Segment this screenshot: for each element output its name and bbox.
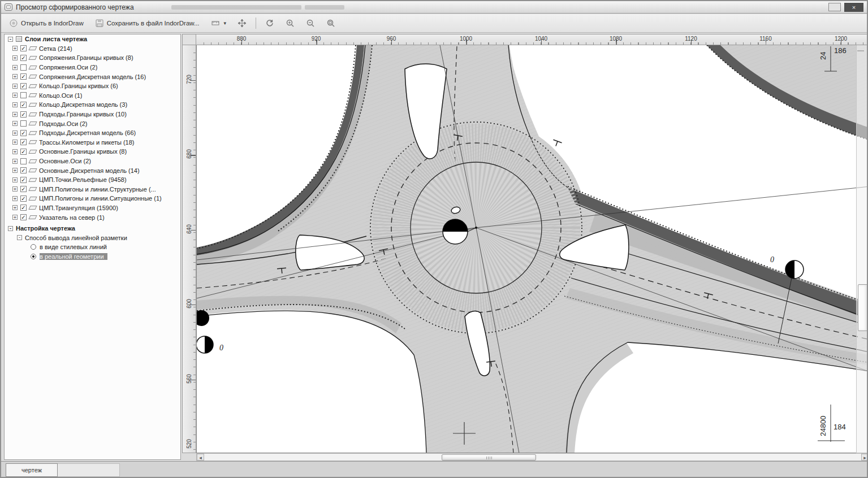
layer-label: Кольцо.Дискретная модель (3) [39, 101, 127, 108]
expand-icon[interactable]: + [12, 186, 18, 192]
settings-header-row[interactable]: - Настройка чертежа [5, 224, 180, 233]
layer-row[interactable]: +✓Указатель на север (1) [5, 212, 180, 222]
refresh-button[interactable] [261, 16, 279, 30]
collapse-icon[interactable]: - [17, 235, 22, 240]
layer-checkbox[interactable]: ✓ [20, 214, 27, 220]
expand-icon[interactable]: + [12, 215, 18, 220]
layer-row[interactable]: +Сопряжения.Оси (2) [5, 63, 180, 72]
layer-checkbox[interactable]: ✓ [20, 167, 27, 173]
layer-icon [28, 66, 37, 69]
radio-icon[interactable] [31, 254, 36, 259]
scale-button[interactable]: ▾ [206, 16, 231, 30]
expand-icon[interactable]: + [12, 149, 18, 154]
layers-header: Слои листа чертежа [25, 36, 87, 42]
zoom-in-icon [286, 19, 295, 28]
layer-row[interactable]: +✓Кольцо.Дискретная модель (3) [5, 100, 180, 110]
expand-icon[interactable]: + [12, 112, 18, 117]
expand-icon[interactable]: + [12, 121, 18, 126]
zoom-out-button[interactable] [301, 16, 319, 30]
layer-checkbox[interactable]: ✓ [20, 111, 27, 118]
expand-icon[interactable]: + [12, 102, 18, 107]
zoom-in-button[interactable] [281, 16, 299, 30]
tab-drawing[interactable]: чертеж [6, 463, 58, 477]
layer-row[interactable]: +✓ЦМП.Точки.Рельефные (9458) [5, 175, 180, 185]
settings-group-row[interactable]: - Способ вывода линейной разметки [5, 233, 180, 242]
layer-checkbox[interactable]: ✓ [20, 177, 27, 183]
expand-icon[interactable]: + [12, 84, 18, 89]
collapse-icon[interactable]: - [8, 226, 13, 231]
drawing-viewport[interactable]: 24 186 24800 184 0 0 [196, 45, 868, 453]
layer-row[interactable]: +✓ЦМП.Полигоны и линии.Ситуационные (1) [5, 194, 180, 203]
settings-group-label: Способ вывода линейной разметки [25, 234, 127, 241]
layer-label: Основные.Дискретная модель (14) [39, 167, 140, 174]
collapse-icon[interactable]: - [8, 37, 13, 42]
layer-row[interactable]: +✓ЦМП.Триангуляция (15900) [5, 203, 180, 213]
vertical-scrollbar-thumb[interactable] [858, 284, 868, 331]
layer-checkbox[interactable] [20, 92, 27, 98]
expand-icon[interactable]: + [12, 74, 18, 79]
layer-checkbox[interactable]: ✓ [20, 139, 27, 145]
layer-checkbox[interactable] [20, 120, 27, 127]
layer-row[interactable]: +Основные.Оси (2) [5, 157, 180, 166]
layer-row[interactable]: +✓Сетка (214) [5, 44, 180, 54]
layer-row[interactable]: +✓Подходы.Дискретная модель (66) [5, 128, 180, 138]
layer-checkbox[interactable] [20, 158, 27, 164]
layer-checkbox[interactable]: ✓ [20, 205, 27, 211]
layer-row[interactable]: +✓ЦМП.Полигоны и линии.Структурные (... [5, 185, 180, 194]
layer-row[interactable]: +✓Кольцо.Границы кривых (6) [5, 81, 180, 91]
layer-icon [28, 187, 37, 191]
layer-checkbox[interactable]: ✓ [20, 45, 27, 51]
layer-row[interactable]: +✓Сопряжения.Границы кривых (8) [5, 53, 180, 63]
horizontal-scrollbar-thumb[interactable] [442, 454, 536, 460]
expand-icon[interactable]: + [12, 159, 18, 164]
ruler-tick-label: 880 [232, 36, 251, 42]
horizontal-scrollbar[interactable]: ◂ ▸ [196, 453, 868, 461]
radio-styled-lines[interactable]: в виде стилевых линий [5, 242, 180, 252]
expand-icon[interactable]: + [12, 46, 18, 51]
scroll-right-icon[interactable]: ▸ [861, 454, 868, 460]
sheet-layers-icon [16, 36, 22, 42]
expand-icon[interactable]: + [12, 65, 18, 70]
layer-icon [28, 46, 37, 50]
save-indordraw-button[interactable]: Сохранить в файл IndorDraw... [90, 16, 204, 30]
layer-row[interactable]: +✓Основные.Границы кривых (8) [5, 147, 180, 157]
expand-icon[interactable]: + [12, 93, 18, 98]
expand-icon[interactable]: + [12, 131, 18, 136]
layer-row[interactable]: +Кольцо.Оси (1) [5, 91, 180, 101]
restore-button[interactable] [828, 3, 841, 11]
expand-icon[interactable]: + [12, 168, 18, 173]
vertical-scrollbar[interactable] [856, 45, 868, 453]
open-indordraw-button[interactable]: Открыть в IndorDraw [5, 16, 88, 30]
expand-icon[interactable]: + [12, 55, 18, 60]
layer-icon [28, 215, 37, 219]
layer-checkbox[interactable]: ✓ [20, 186, 27, 192]
layer-row[interactable]: +✓Подходы.Границы кривых (10) [5, 110, 180, 119]
layer-row[interactable]: +✓Трассы.Километры и пикеты (18) [5, 138, 180, 147]
layer-checkbox[interactable]: ✓ [20, 130, 27, 136]
layer-checkbox[interactable] [20, 64, 27, 71]
layers-header-row[interactable]: - Слои листа чертежа [5, 34, 180, 44]
layer-checkbox[interactable]: ✓ [20, 55, 27, 61]
layer-label: Сопряжения.Дискретная модель (16) [39, 73, 146, 80]
radio-icon[interactable] [31, 244, 36, 250]
expand-icon[interactable]: + [12, 205, 18, 210]
pan-button[interactable] [233, 16, 251, 30]
background-artifact [305, 5, 344, 10]
layer-checkbox[interactable]: ✓ [20, 102, 27, 108]
save-label: Сохранить в файл IndorDraw... [107, 20, 200, 27]
scroll-left-icon[interactable]: ◂ [197, 454, 204, 460]
layer-row[interactable]: +✓Основные.Дискретная модель (14) [5, 166, 180, 175]
layer-checkbox[interactable]: ✓ [20, 195, 27, 202]
close-icon[interactable]: × [844, 3, 863, 12]
expand-icon[interactable]: + [12, 140, 18, 145]
layer-checkbox[interactable]: ✓ [20, 73, 27, 80]
expand-icon[interactable]: + [12, 196, 18, 201]
zoom-extents-button[interactable] [322, 16, 340, 30]
layer-row[interactable]: +✓Сопряжения.Дискретная модель (16) [5, 72, 180, 81]
radio-real-geometry[interactable]: в реальной геометрии [5, 252, 180, 262]
radio-real-label: в реальной геометрии [40, 253, 107, 260]
layer-row[interactable]: +Подходы.Оси (2) [5, 119, 180, 128]
layer-checkbox[interactable]: ✓ [20, 149, 27, 155]
expand-icon[interactable]: + [12, 177, 18, 182]
layer-checkbox[interactable]: ✓ [20, 83, 27, 89]
